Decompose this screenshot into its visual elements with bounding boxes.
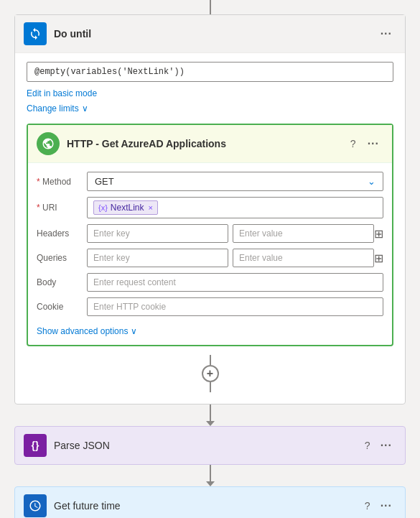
do-until-block: Do until ··· @empty(variables('NextLink'… [14, 14, 406, 404]
headers-row: Headers Enter key Enter value ⊞ [37, 224, 383, 243]
queries-key-field[interactable]: Enter key [87, 249, 228, 267]
parse-json-block: {} Parse JSON ? ··· [14, 426, 406, 465]
queries-fields: Enter key Enter value [87, 249, 374, 267]
queries-copy-icon[interactable]: ⊞ [374, 251, 383, 265]
method-label: Method [37, 177, 87, 187]
method-value: GET [95, 176, 114, 187]
http-title: HTTP - Get AzureAD Applications [67, 138, 350, 149]
do-until-ellipsis[interactable]: ··· [376, 26, 396, 42]
plus-line-bottom [210, 382, 211, 392]
get-future-icon [24, 494, 47, 517]
queries-row: Queries Enter key Enter value ⊞ [37, 249, 383, 267]
add-step-btn[interactable]: + [202, 365, 219, 382]
cookie-field[interactable]: Enter HTTP cookie [87, 297, 383, 316]
http-icon [37, 132, 60, 155]
expression-field[interactable]: @empty(variables('NextLink')) [27, 62, 393, 82]
top-arrow-connector [14, 0, 406, 14]
globe-icon [42, 137, 55, 150]
http-action-buttons: ? ··· [350, 136, 383, 152]
headers-value-field[interactable]: Enter value [233, 224, 374, 243]
token-label: NextLink [111, 203, 144, 213]
show-advanced-link[interactable]: Show advanced options ∨ [37, 326, 137, 336]
headers-key-field[interactable]: Enter key [87, 224, 228, 243]
nextlink-token: {x} NextLink × [93, 200, 158, 215]
body-field[interactable]: Enter request content [87, 273, 383, 292]
get-future-header: Get future time ? ··· [15, 487, 405, 518]
arrow-line-2 [210, 465, 211, 481]
cookie-field-value: Enter HTTP cookie [87, 297, 383, 316]
parse-json-ellipsis[interactable]: ··· [376, 438, 396, 453]
headers-copy-icon[interactable]: ⊞ [374, 227, 383, 241]
cookie-label: Cookie [37, 302, 87, 312]
show-advanced-chevron: ∨ [131, 326, 137, 336]
arrow-to-get-future [14, 465, 406, 486]
queries-value-field[interactable]: Enter value [233, 249, 374, 267]
arrow-to-parse-json [14, 404, 406, 426]
change-limits-chevron: ∨ [82, 103, 88, 114]
method-dropdown[interactable]: GET ⌄ [87, 172, 383, 191]
uri-label: URI [37, 203, 87, 213]
do-until-header: Do until ··· [15, 15, 405, 53]
cookie-row: Cookie Enter HTTP cookie [37, 297, 383, 316]
show-advanced-label: Show advanced options [37, 326, 128, 336]
get-future-time-block: Get future time ? ··· [14, 486, 406, 518]
uri-field[interactable]: {x} NextLink × [87, 197, 383, 218]
arrow-head-1 [206, 421, 215, 426]
change-limits-link[interactable]: Change limits ∨ [27, 103, 88, 114]
do-until-body: @empty(variables('NextLink')) Edit in ba… [15, 53, 405, 404]
do-until-icon [24, 22, 47, 45]
headers-fields: Enter key Enter value [87, 224, 374, 243]
uri-field-value: {x} NextLink × [87, 197, 383, 218]
arrow-line-1 [210, 404, 211, 421]
plus-line-top [210, 355, 211, 365]
parse-json-header: {} Parse JSON ? ··· [15, 427, 405, 464]
get-future-title: Get future time [54, 500, 365, 512]
token-close-btn[interactable]: × [149, 203, 153, 212]
http-help-icon[interactable]: ? [350, 138, 356, 149]
method-chevron: ⌄ [368, 176, 375, 187]
http-block: HTTP - Get AzureAD Applications ? ··· Me… [27, 124, 393, 346]
get-future-ellipsis[interactable]: ··· [376, 498, 396, 514]
plus-connector: + [27, 355, 393, 392]
get-future-help-icon[interactable]: ? [365, 500, 370, 512]
token-icon: {x} [98, 203, 108, 212]
uri-row: URI {x} NextLink × [37, 197, 383, 218]
arrow-head-2 [206, 481, 215, 486]
loop-icon [29, 27, 42, 40]
headers-label: Headers [37, 228, 87, 239]
parse-json-icon: {} [24, 434, 47, 457]
parse-json-title: Parse JSON [54, 440, 365, 451]
queries-label: Queries [37, 253, 87, 263]
body-label: Body [37, 277, 87, 287]
edit-basic-mode-link[interactable]: Edit in basic mode [27, 88, 97, 98]
parse-json-brace-icon: {} [32, 440, 39, 451]
http-body: Method GET ⌄ URI [28, 163, 392, 345]
clock-icon [29, 499, 42, 512]
http-ellipsis[interactable]: ··· [363, 136, 383, 152]
body-field-value: Enter request content [87, 273, 383, 292]
do-until-title: Do until [54, 28, 376, 40]
http-header: HTTP - Get AzureAD Applications ? ··· [28, 125, 392, 163]
method-field-value: GET ⌄ [87, 172, 383, 191]
parse-json-help-icon[interactable]: ? [365, 440, 370, 451]
method-row: Method GET ⌄ [37, 172, 383, 191]
body-row: Body Enter request content [37, 273, 383, 292]
